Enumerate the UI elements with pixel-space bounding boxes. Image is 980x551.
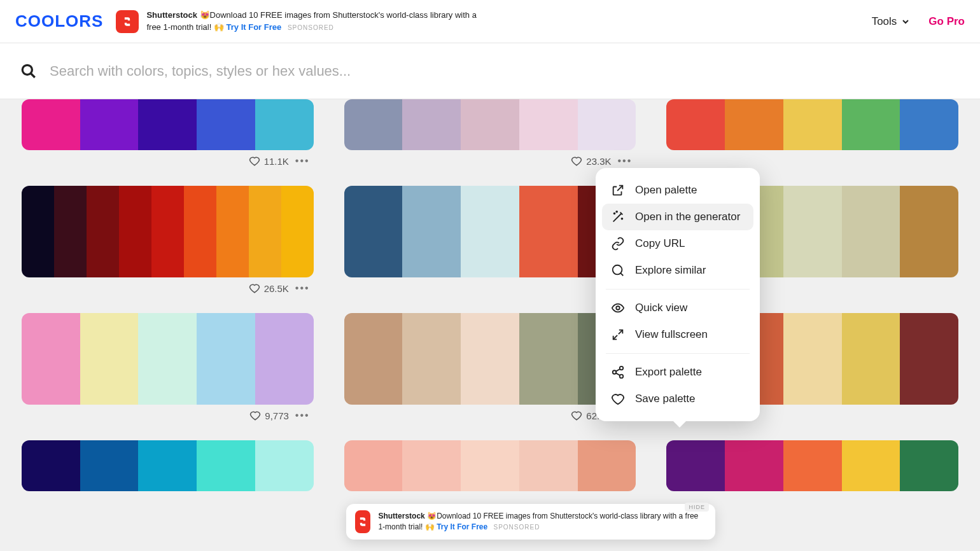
color-swatch[interactable] <box>900 99 958 150</box>
like-count: 23.3K <box>586 156 611 167</box>
color-swatch[interactable] <box>900 186 958 277</box>
color-swatch[interactable] <box>22 99 80 150</box>
color-swatch[interactable] <box>725 99 783 150</box>
color-swatch[interactable] <box>519 99 578 150</box>
bottom-promo-title: Shutterstock <box>378 512 424 520</box>
more-button[interactable]: ••• <box>295 410 310 421</box>
like-button[interactable]: 23.3K <box>571 155 611 167</box>
color-swatch[interactable] <box>783 186 842 277</box>
promo-sponsored: SPONSORED <box>288 24 334 31</box>
menu-export-palette[interactable]: Export palette <box>602 359 753 386</box>
palette-meta: 9,773••• <box>22 410 314 421</box>
color-swatch[interactable] <box>666 99 725 150</box>
header-right: Tools Go Pro <box>872 15 965 28</box>
color-swatch[interactable] <box>402 186 461 277</box>
like-button[interactable]: 9,773 <box>249 410 289 421</box>
color-swatch[interactable] <box>900 313 958 405</box>
more-button[interactable]: ••• <box>295 282 310 294</box>
color-swatch[interactable] <box>87 186 119 277</box>
palette[interactable] <box>666 440 958 491</box>
color-swatch[interactable] <box>22 186 54 277</box>
color-swatch[interactable] <box>402 99 461 150</box>
menu-open-generator[interactable]: Open in the generator <box>602 204 753 230</box>
logo[interactable]: COOLORS <box>15 11 103 31</box>
palette[interactable] <box>22 440 314 491</box>
palette[interactable] <box>22 186 314 277</box>
color-swatch[interactable] <box>119 186 151 277</box>
menu-explore-similar[interactable]: Explore similar <box>602 257 753 284</box>
color-swatch[interactable] <box>461 186 519 277</box>
color-swatch[interactable] <box>22 313 80 405</box>
search-bar <box>0 43 980 99</box>
color-swatch[interactable] <box>138 440 197 491</box>
color-swatch[interactable] <box>151 186 184 277</box>
palette[interactable] <box>344 186 636 277</box>
color-swatch[interactable] <box>842 440 900 491</box>
color-swatch[interactable] <box>783 440 842 491</box>
color-swatch[interactable] <box>461 313 519 405</box>
link-icon <box>611 237 625 251</box>
color-swatch[interactable] <box>255 99 314 150</box>
color-swatch[interactable] <box>842 313 900 405</box>
palette[interactable] <box>666 99 958 150</box>
color-swatch[interactable] <box>900 440 958 491</box>
color-swatch[interactable] <box>344 186 403 277</box>
menu-copy-url[interactable]: Copy URL <box>602 230 753 257</box>
palette[interactable] <box>22 313 314 405</box>
color-swatch[interactable] <box>138 313 197 405</box>
color-swatch[interactable] <box>842 99 900 150</box>
palette[interactable] <box>22 99 314 150</box>
color-swatch[interactable] <box>138 99 197 150</box>
palette[interactable] <box>344 440 636 491</box>
color-swatch[interactable] <box>725 440 783 491</box>
color-swatch[interactable] <box>519 186 578 277</box>
color-swatch[interactable] <box>255 440 314 491</box>
color-swatch[interactable] <box>80 440 139 491</box>
color-swatch[interactable] <box>22 440 80 491</box>
color-swatch[interactable] <box>344 99 403 150</box>
palette-meta: 23.3K••• <box>344 155 636 167</box>
color-swatch[interactable] <box>249 186 281 277</box>
like-button[interactable]: 26.5K <box>249 282 289 294</box>
color-swatch[interactable] <box>666 440 725 491</box>
hide-button[interactable]: HIDE <box>685 503 709 512</box>
color-swatch[interactable] <box>519 313 578 405</box>
menu-view-fullscreen[interactable]: View fullscreen <box>602 321 753 348</box>
color-swatch[interactable] <box>197 440 255 491</box>
color-swatch[interactable] <box>281 186 314 277</box>
bottom-promo-link[interactable]: Try It For Free <box>437 522 487 531</box>
like-button[interactable]: 11.1K <box>249 155 289 167</box>
tools-menu[interactable]: Tools <box>872 15 911 28</box>
color-swatch[interactable] <box>578 440 636 491</box>
color-swatch[interactable] <box>54 186 87 277</box>
color-swatch[interactable] <box>842 186 900 277</box>
color-swatch[interactable] <box>402 440 461 491</box>
search-input[interactable] <box>50 63 960 80</box>
color-swatch[interactable] <box>80 313 139 405</box>
menu-open-palette[interactable]: Open palette <box>602 177 753 204</box>
color-swatch[interactable] <box>216 186 249 277</box>
color-swatch[interactable] <box>255 313 314 405</box>
palette[interactable] <box>344 313 636 405</box>
color-swatch[interactable] <box>402 313 461 405</box>
color-swatch[interactable] <box>184 186 216 277</box>
svg-point-10 <box>620 375 624 379</box>
color-swatch[interactable] <box>461 440 519 491</box>
color-swatch[interactable] <box>344 440 403 491</box>
color-swatch[interactable] <box>578 99 636 150</box>
palette[interactable] <box>344 99 636 150</box>
color-swatch[interactable] <box>783 313 842 405</box>
color-swatch[interactable] <box>197 99 255 150</box>
color-swatch[interactable] <box>197 313 255 405</box>
color-swatch[interactable] <box>519 440 578 491</box>
go-pro-link[interactable]: Go Pro <box>928 15 965 28</box>
more-button[interactable]: ••• <box>295 155 310 167</box>
color-swatch[interactable] <box>80 99 139 150</box>
color-swatch[interactable] <box>461 99 519 150</box>
color-swatch[interactable] <box>344 313 403 405</box>
more-button[interactable]: ••• <box>618 155 633 167</box>
menu-quick-view[interactable]: Quick view <box>602 295 753 321</box>
color-swatch[interactable] <box>783 99 842 150</box>
promo-link[interactable]: Try It For Free <box>227 22 282 32</box>
menu-save-palette[interactable]: Save palette <box>602 386 753 412</box>
